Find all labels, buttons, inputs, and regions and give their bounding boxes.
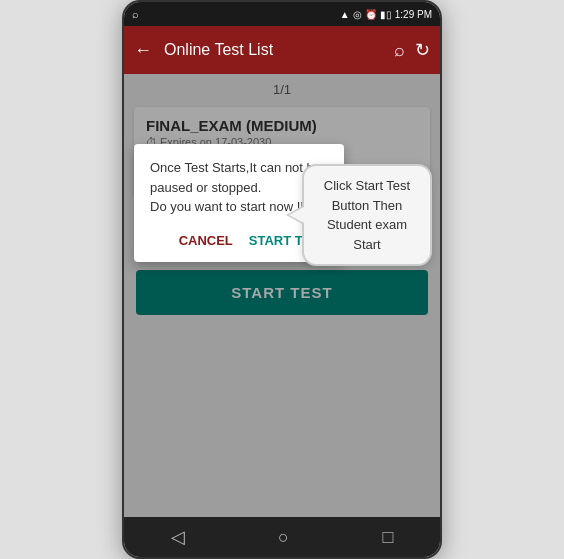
cancel-button[interactable]: CANCEL	[179, 229, 233, 252]
signal-icon: ▲	[340, 9, 350, 20]
toolbar: ← Online Test List ⌕ ↻	[124, 26, 440, 74]
alarm-icon: ⏰	[365, 9, 377, 20]
status-bar: ⌕ ▲ ◎ ⏰ ▮▯ 1:29 PM	[124, 2, 440, 26]
toolbar-actions: ⌕ ↻	[394, 39, 430, 61]
toolbar-title: Online Test List	[164, 41, 386, 59]
main-content: 1/1 FINAL_EXAM (MEDIUM) ⏱ Expires on 17-…	[124, 74, 440, 517]
status-right: ▲ ◎ ⏰ ▮▯ 1:29 PM	[340, 9, 432, 20]
recent-nav-icon[interactable]: □	[382, 527, 393, 548]
search-icon[interactable]: ⌕	[394, 40, 405, 61]
battery-icon: ▮▯	[380, 9, 392, 20]
tooltip-arrow-inner	[289, 207, 304, 223]
nav-bar: ◁ ○ □	[124, 517, 440, 557]
back-button[interactable]: ←	[134, 40, 152, 61]
status-left: ⌕	[132, 8, 139, 20]
tooltip-text: Click Start Test Button Then Student exa…	[324, 178, 410, 252]
time-display: 1:29 PM	[395, 9, 432, 20]
refresh-icon[interactable]: ↻	[415, 39, 430, 61]
bluetooth-icon: ⌕	[132, 8, 139, 20]
wifi-icon: ◎	[353, 9, 362, 20]
back-nav-icon[interactable]: ◁	[171, 526, 185, 548]
home-nav-icon[interactable]: ○	[278, 527, 289, 548]
tooltip-box: Click Start Test Button Then Student exa…	[302, 164, 432, 266]
dialog-overlay: Once Test Starts,It can not be paused or…	[124, 74, 440, 517]
